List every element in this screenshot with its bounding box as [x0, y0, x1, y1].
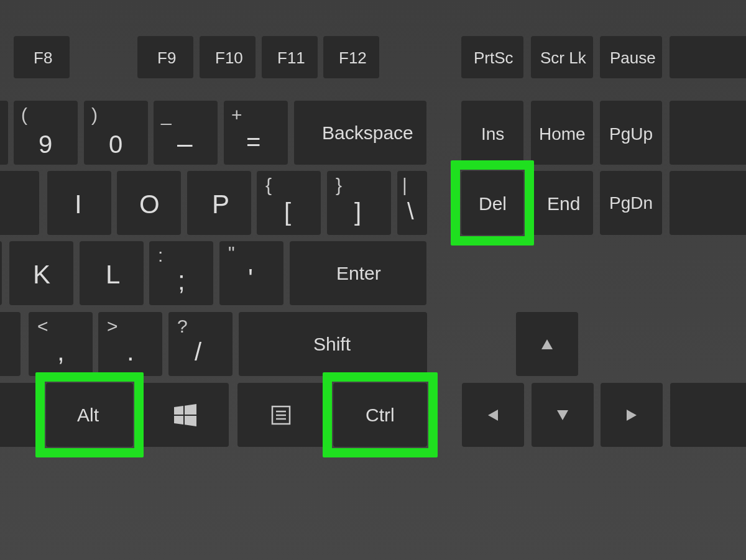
key-u-partial[interactable]	[0, 171, 39, 235]
svg-marker-0	[541, 339, 553, 349]
key-pause[interactable]: Pause	[600, 36, 662, 78]
key-partial-right2[interactable]	[670, 101, 746, 165]
key-label: I	[75, 190, 82, 219]
key-m-partial[interactable]	[0, 312, 21, 376]
key-apostrophe[interactable]: " '	[219, 241, 283, 305]
key-label: ]	[354, 198, 361, 226]
key-label: \	[407, 198, 414, 225]
key-partial-right6[interactable]	[670, 383, 746, 447]
key-label: F10	[215, 48, 243, 68]
highlight-del	[451, 160, 534, 246]
arrow-down-icon	[555, 408, 570, 423]
key-o[interactable]: O	[117, 171, 181, 235]
key-prtsc[interactable]: PrtSc	[461, 36, 523, 78]
key-k[interactable]: K	[9, 241, 73, 305]
key-ins[interactable]: Ins	[461, 101, 523, 165]
key-label: P	[212, 190, 229, 219]
key-shift-label: "	[228, 242, 235, 264]
key-i[interactable]: I	[47, 171, 111, 235]
key-equals[interactable]: + =	[224, 101, 288, 165]
key-backspace[interactable]: Backspace	[294, 101, 426, 165]
key-label: Pause	[610, 48, 656, 68]
highlight-ctrl	[323, 372, 438, 457]
key-label: ;	[178, 266, 185, 296]
key-rbracket[interactable]: } ]	[327, 171, 391, 235]
key-l[interactable]: L	[80, 241, 144, 305]
key-label: /	[195, 338, 201, 366]
key-spacebar-partial[interactable]	[0, 383, 37, 447]
key-shift-label: }	[336, 175, 342, 196]
key-slash[interactable]: ? /	[168, 312, 233, 376]
key-label: K	[33, 260, 50, 290]
key-label: F12	[339, 48, 367, 68]
key-end[interactable]: End	[531, 171, 593, 235]
key-shift-label: {	[265, 175, 272, 196]
key-label: PgDn	[609, 193, 653, 213]
key-f11[interactable]: F11	[262, 36, 318, 78]
key-arrow-left[interactable]	[462, 383, 524, 447]
key-label: F11	[277, 48, 305, 68]
key-label: PrtSc	[474, 48, 513, 68]
key-pgdn[interactable]: PgDn	[600, 171, 662, 235]
key-shift-label: (	[21, 104, 27, 126]
key-shift-label: <	[37, 316, 48, 337]
key-period[interactable]: > .	[98, 312, 162, 376]
key-home[interactable]: Home	[531, 101, 593, 165]
key-label: End	[547, 193, 580, 214]
key-enter[interactable]: Enter	[290, 241, 426, 305]
key-shift-label: >	[107, 316, 118, 337]
key-f8[interactable]: F8	[14, 36, 70, 78]
windows-icon	[174, 404, 196, 426]
key-scrlk[interactable]: Scr Lk	[531, 36, 593, 78]
key-label: PgUp	[609, 124, 653, 144]
key-shift-label: :	[158, 245, 163, 266]
key-shift-label: _	[161, 104, 172, 126]
key-shift-label: +	[231, 104, 242, 126]
key-label: ,	[57, 337, 65, 367]
key-0[interactable]: ) 0	[84, 101, 148, 165]
key-f9[interactable]: F9	[137, 36, 193, 78]
key-f12[interactable]: F12	[323, 36, 379, 78]
key-menu[interactable]	[237, 383, 325, 447]
key-label: Shift	[313, 334, 351, 355]
svg-marker-10	[557, 410, 568, 420]
key-p[interactable]: P	[187, 171, 251, 235]
key-9[interactable]: ( 9	[14, 101, 78, 165]
key-label: O	[139, 190, 160, 219]
key-shift-label: |	[402, 175, 407, 196]
svg-marker-2	[185, 404, 196, 415]
svg-marker-9	[488, 410, 498, 421]
key-label: .	[127, 337, 134, 367]
arrow-right-icon	[624, 408, 639, 423]
key-partial-right3[interactable]	[670, 171, 746, 235]
key-f10[interactable]: F10	[200, 36, 256, 78]
key-arrow-up[interactable]	[516, 312, 578, 376]
keyboard-section: F8 F9 F10 F11 F12 PrtSc Scr Lk Pause ( 9…	[0, 0, 746, 560]
key-label: '	[248, 264, 253, 293]
key-backslash[interactable]: | \	[397, 171, 427, 235]
key-shift[interactable]: Shift	[239, 312, 427, 376]
key-label: [	[284, 198, 291, 226]
key-pgup[interactable]: PgUp	[600, 101, 662, 165]
key-semicolon[interactable]: : ;	[149, 241, 213, 305]
key-label: Home	[539, 124, 586, 144]
key-8-partial[interactable]	[0, 101, 8, 165]
key-lbracket[interactable]: { [	[257, 171, 321, 235]
key-minus[interactable]: _ –	[154, 101, 218, 165]
key-j-partial[interactable]	[0, 241, 2, 305]
key-arrow-right[interactable]	[601, 383, 663, 447]
key-partial-right[interactable]	[670, 36, 746, 78]
menu-icon	[271, 405, 291, 425]
key-label: 9	[39, 131, 52, 158]
arrow-left-icon	[486, 408, 500, 423]
key-label: 0	[109, 131, 122, 158]
key-arrow-down[interactable]	[532, 383, 594, 447]
key-label: =	[246, 128, 260, 156]
key-label: –	[177, 128, 192, 159]
key-label: Enter	[336, 263, 381, 284]
highlight-alt	[35, 372, 144, 457]
key-comma[interactable]: < ,	[29, 312, 93, 376]
key-windows[interactable]	[142, 383, 229, 447]
key-label: Ins	[481, 124, 504, 144]
svg-marker-3	[174, 416, 183, 425]
